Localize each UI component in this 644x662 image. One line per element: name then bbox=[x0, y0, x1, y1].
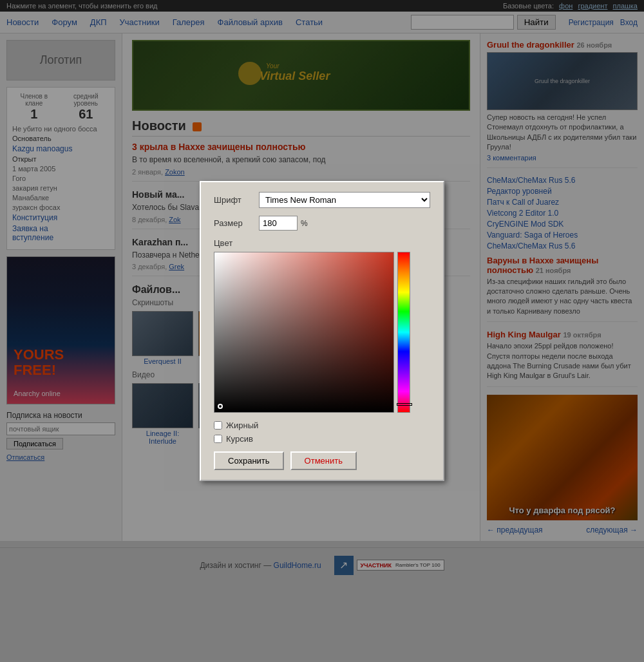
size-unit: % bbox=[301, 219, 308, 228]
italic-row: Курсив bbox=[214, 434, 430, 444]
cancel-button[interactable]: Отменить bbox=[290, 451, 357, 470]
font-select[interactable]: Times New RomanArialVerdanaGeorgiaCourie… bbox=[259, 192, 430, 208]
picker-cursor bbox=[218, 404, 223, 409]
size-input[interactable] bbox=[259, 216, 298, 231]
color-gradient[interactable] bbox=[214, 252, 394, 413]
color-picker-area: Цвет bbox=[214, 238, 430, 413]
save-button[interactable]: Сохранить bbox=[214, 451, 284, 470]
spectrum-cursor bbox=[397, 403, 412, 406]
font-dialog: Шрифт Times New RomanArialVerdanaGeorgia… bbox=[200, 181, 444, 481]
font-label: Шрифт bbox=[214, 195, 259, 205]
color-picker-container bbox=[214, 252, 430, 413]
bold-row: Жирный bbox=[214, 421, 430, 430]
bold-label: Жирный bbox=[226, 421, 258, 430]
modal-overlay[interactable]: Шрифт Times New RomanArialVerdanaGeorgia… bbox=[0, 0, 644, 583]
italic-checkbox[interactable] bbox=[214, 435, 222, 443]
color-spectrum[interactable] bbox=[397, 252, 410, 413]
size-row: Размер % bbox=[214, 216, 430, 231]
bold-checkbox[interactable] bbox=[214, 421, 222, 430]
color-label: Цвет bbox=[214, 238, 430, 248]
font-row: Шрифт Times New RomanArialVerdanaGeorgia… bbox=[214, 192, 430, 208]
dialog-buttons: Сохранить Отменить bbox=[214, 451, 430, 470]
italic-label: Курсив bbox=[226, 434, 253, 444]
size-label: Размер bbox=[214, 218, 259, 228]
